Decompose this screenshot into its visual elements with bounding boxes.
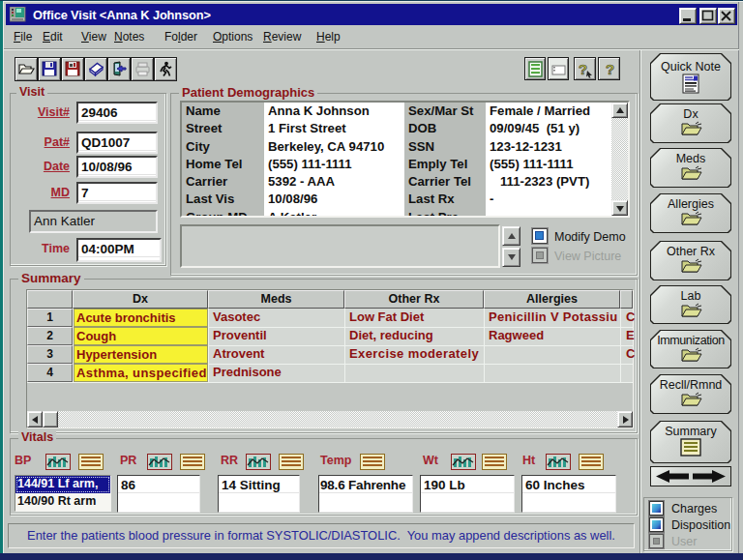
svg-text:?: ? [579,61,587,77]
svg-text:?: ? [606,61,614,77]
